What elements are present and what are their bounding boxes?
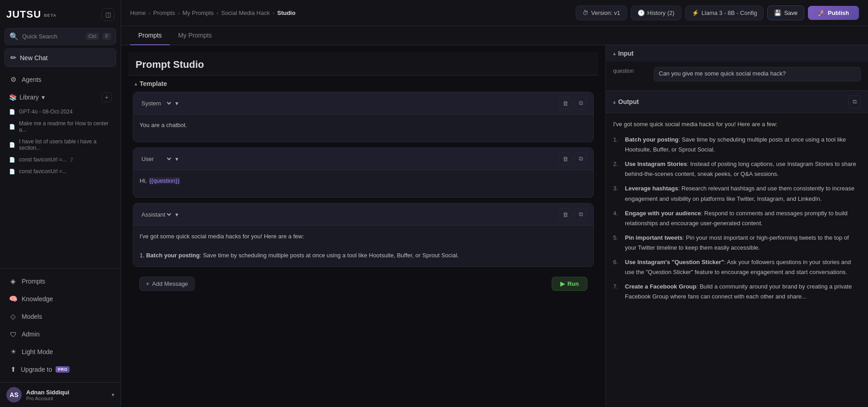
user-type: Pro Account [26,396,107,401]
output-header[interactable]: Output ⧉ [606,91,868,113]
breadcrumb-prompts[interactable]: Prompts [153,9,175,16]
output-item-text: Leverage hashtags: Research relevant has… [625,184,861,204]
system-copy-button[interactable]: ⧉ [574,97,587,109]
breadcrumb-home[interactable]: Home [130,9,146,16]
user-section[interactable]: AS Adnan Siddiqui Pro Account ▾ [0,382,121,407]
template-label: Template [140,80,167,87]
sidebar-item-models[interactable]: ◇ Models [3,308,118,325]
upgrade-label: Upgrade to [21,366,52,373]
system-role-chevron-icon: ▾ [175,100,178,107]
output-num: 6. [613,257,621,277]
template-chevron-icon [135,81,137,86]
breadcrumb-sep-2: › [178,9,179,16]
input-label: Input [618,50,633,57]
sidebar-item-lightmode[interactable]: ☀ Light Mode [3,343,118,360]
sidebar-item-agents[interactable]: ⚙ Agents [3,71,118,88]
user-name: Adnan Siddiqui [26,389,107,396]
library-label: Library [19,94,39,101]
sidebar-item-upgrade[interactable]: ⬆ Upgrade to PRO [3,361,118,378]
run-label: Run [568,280,579,287]
logo-text: JUTSU [6,9,41,20]
output-copy-button[interactable]: ⧉ [848,95,861,108]
list-item[interactable]: 📄 GPT-4o - 08-Oct-2024 [3,106,118,118]
system-delete-button[interactable]: 🗑 [559,97,572,109]
studio-title: Prompt Studio [128,52,598,76]
input-panel: Input question Can you give me some quic… [606,45,868,91]
breadcrumb-sep-1: › [149,9,150,16]
template-section-header[interactable]: Template [128,76,598,92]
user-role-select[interactable]: User System Assistant [140,155,173,163]
collapse-sidebar-button[interactable]: ◫ [102,8,114,21]
file-label: GPT-4o - 08-Oct-2024 [19,109,73,115]
add-icon: + [146,280,150,287]
output-item-title: Batch your posting [625,136,678,143]
template-variable: {{question}} [149,177,181,184]
user-card: User System Assistant ▾ 🗑 ⧉ Hi, {{questi… [133,147,594,198]
file-icon: 📄 [9,142,15,148]
file-label: const faviconUrl =... [19,156,67,163]
output-num: 5. [613,233,621,253]
library-icon: 📚 [9,94,17,101]
output-item-title: Engage with your audience [625,210,701,217]
lightmode-icon: ☀ [9,348,17,356]
system-card-body[interactable]: You are a chatbot. [133,114,593,142]
lightmode-label: Light Mode [22,348,53,355]
tab-prompts[interactable]: Prompts [130,26,170,45]
system-card: System User Assistant ▾ 🗑 ⧉ You are a ch… [133,92,594,142]
output-num: 7. [613,282,621,302]
library-add-button[interactable]: + [102,92,112,102]
new-chat-button[interactable]: ✏ New Chat [5,48,116,67]
output-item-title: Use Instagram's "Question Sticker" [625,259,724,265]
version-button[interactable]: ⏱ Version: v1 [576,5,627,20]
list-item[interactable]: 📄 const faviconUrl =... [3,166,118,177]
user-card-actions: 🗑 ⧉ [559,152,587,165]
sidebar-item-prompts[interactable]: ◈ Prompts [3,273,118,290]
agents-label: Agents [22,76,42,83]
save-button[interactable]: 💾 Save [767,5,804,20]
studio-right: Input question Can you give me some quic… [606,45,868,407]
assistant-card-body[interactable]: I've got some quick social media hacks f… [133,226,593,266]
list-item[interactable]: 📄 Make me a readme for How to center a..… [3,118,118,136]
tab-myprompts[interactable]: My Prompts [170,26,220,45]
run-button[interactable]: ▶ Run [552,277,587,291]
list-item[interactable]: 📄 const faviconUrl =... ⤴ [3,154,118,166]
output-item-text: Use Instagram's "Question Sticker": Ask … [625,257,861,277]
model-button[interactable]: ⚡ Llama 3 - 8B - Config [685,5,764,20]
version-icon: ⏱ [582,9,588,16]
library-toggle[interactable]: 📚 Library ▾ [9,94,45,101]
breadcrumb-social[interactable]: Social Media Hack [221,9,270,16]
output-item-text: Batch your posting: Save time by schedul… [625,135,861,155]
studio-left: Prompt Studio Template System User Assis… [121,45,606,407]
user-copy-button[interactable]: ⧉ [574,152,587,165]
input-header[interactable]: Input [606,45,868,62]
search-icon: 🔍 [9,32,19,41]
history-button[interactable]: 🕐 History (2) [631,5,681,20]
output-chevron-icon [613,99,615,104]
breadcrumb-sep-4: › [272,9,274,16]
sidebar-item-knowledge[interactable]: 🧠 Knowledge [3,290,118,308]
output-item-text: Engage with your audience: Respond to co… [625,208,861,228]
user-info: Adnan Siddiqui Pro Account [26,389,107,401]
system-role-select[interactable]: System User Assistant [140,99,173,107]
system-card-header: System User Assistant ▾ 🗑 ⧉ [133,92,593,114]
user-role-chevron-icon: ▾ [175,156,178,162]
template-section-label: Template [135,80,167,87]
sidebar-item-admin[interactable]: 🛡 Admin [3,326,118,343]
add-message-button[interactable]: + Add Message [139,277,195,291]
user-delete-button[interactable]: 🗑 [559,152,572,165]
assistant-copy-button[interactable]: ⧉ [574,208,587,221]
list-item[interactable]: 📄 I have list of users table i have a se… [3,136,118,154]
assistant-role-select[interactable]: Assistant System User [140,211,173,218]
file-label: Make me a readme for How to center a... [19,120,112,133]
quick-search-button[interactable]: 🔍 Quick Search Ctrl F [5,28,116,45]
publish-button[interactable]: 🚀 Publish [808,6,859,20]
prompts-label: Prompts [22,278,45,285]
output-num: 1. [613,135,621,155]
user-card-header: User System Assistant ▾ 🗑 ⧉ [133,148,593,170]
admin-icon: 🛡 [9,330,17,338]
input-value[interactable]: Can you give me some quick social media … [654,67,861,81]
user-card-body[interactable]: Hi, {{question}} [133,170,593,197]
assistant-delete-button[interactable]: 🗑 [559,208,572,221]
assistant-card-header: Assistant System User ▾ 🗑 ⧉ [133,204,593,226]
breadcrumb-myprompts[interactable]: My Prompts [183,9,214,16]
